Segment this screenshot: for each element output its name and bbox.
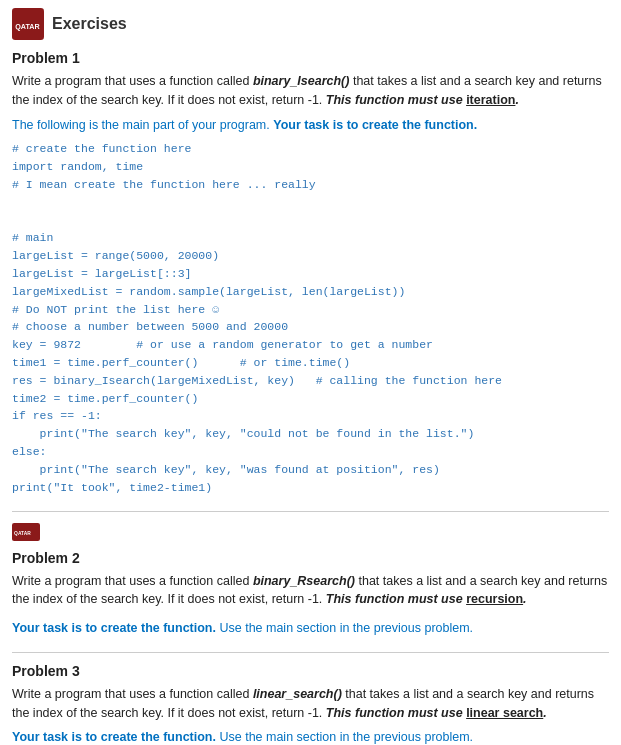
problem-2-section: Problem 2 Write a program that uses a fu… bbox=[12, 550, 609, 638]
problem-3-function: linear_search() bbox=[253, 687, 342, 701]
qatar-logo-2: QATAR bbox=[12, 522, 40, 542]
problem-2-underline: recursion bbox=[466, 592, 523, 606]
problem-2-function: binary_Rsearch() bbox=[253, 574, 355, 588]
problem-3-bold-suffix2: . bbox=[543, 706, 546, 720]
svg-text:QATAR: QATAR bbox=[14, 530, 31, 535]
problem-2-blue-line: Your task is to create the function. Use… bbox=[12, 619, 609, 638]
problem-2-desc: Write a program that uses a function cal… bbox=[12, 572, 609, 610]
page-title: Exercises bbox=[52, 15, 127, 33]
divider-1 bbox=[12, 511, 609, 512]
problem-1-blue-task: Your task is to create the function. bbox=[273, 118, 477, 132]
problem-1-bold-suffix: This function must use bbox=[326, 93, 466, 107]
problem-1-blue-prefix: The following is the main part of your p… bbox=[12, 118, 273, 132]
problem-2-logo: QATAR bbox=[12, 522, 609, 542]
problem-3-desc-prefix: Write a program that uses a function cal… bbox=[12, 687, 253, 701]
problem-2-blue-suffix: Use the main section in the previous pro… bbox=[216, 621, 473, 635]
problem-2-bold-suffix2: . bbox=[523, 592, 526, 606]
problem-2-blue-task: Your task is to create the function. bbox=[12, 621, 216, 635]
problem-1-title: Problem 1 bbox=[12, 50, 609, 66]
page-header: QATAR Exercises bbox=[12, 8, 609, 40]
problem-3-section: Problem 3 Write a program that uses a fu… bbox=[12, 663, 609, 745]
problem-2-bold-suffix: This function must use bbox=[326, 592, 466, 606]
problem-1-blue-line: The following is the main part of your p… bbox=[12, 116, 609, 135]
divider-2 bbox=[12, 652, 609, 653]
problem-1-underline: iteration bbox=[466, 93, 515, 107]
qatar-logo: QATAR bbox=[12, 8, 44, 40]
problem-1-section: Problem 1 Write a program that uses a fu… bbox=[12, 50, 609, 497]
problem-1-function: binary_Isearch() bbox=[253, 74, 350, 88]
svg-text:QATAR: QATAR bbox=[15, 22, 40, 31]
problem-1-desc: Write a program that uses a function cal… bbox=[12, 72, 609, 110]
problem-3-title: Problem 3 bbox=[12, 663, 609, 679]
problem-3-blue-line: Your task is to create the function. Use… bbox=[12, 728, 609, 745]
problem-3-desc: Write a program that uses a function cal… bbox=[12, 685, 609, 723]
problem-2-desc-prefix: Write a program that uses a function cal… bbox=[12, 574, 253, 588]
problem-3-blue-task: Your task is to create the function. bbox=[12, 730, 216, 744]
problem-3-bold-suffix: This function must use bbox=[326, 706, 466, 720]
problem-1-code: # create the function here import random… bbox=[12, 140, 609, 496]
problem-2-title: Problem 2 bbox=[12, 550, 609, 566]
problem-3-underline: linear search bbox=[466, 706, 543, 720]
problem-1-desc-prefix: Write a program that uses a function cal… bbox=[12, 74, 253, 88]
problem-3-blue-suffix: Use the main section in the previous pro… bbox=[216, 730, 473, 744]
problem-1-bold-suffix2: . bbox=[515, 93, 518, 107]
